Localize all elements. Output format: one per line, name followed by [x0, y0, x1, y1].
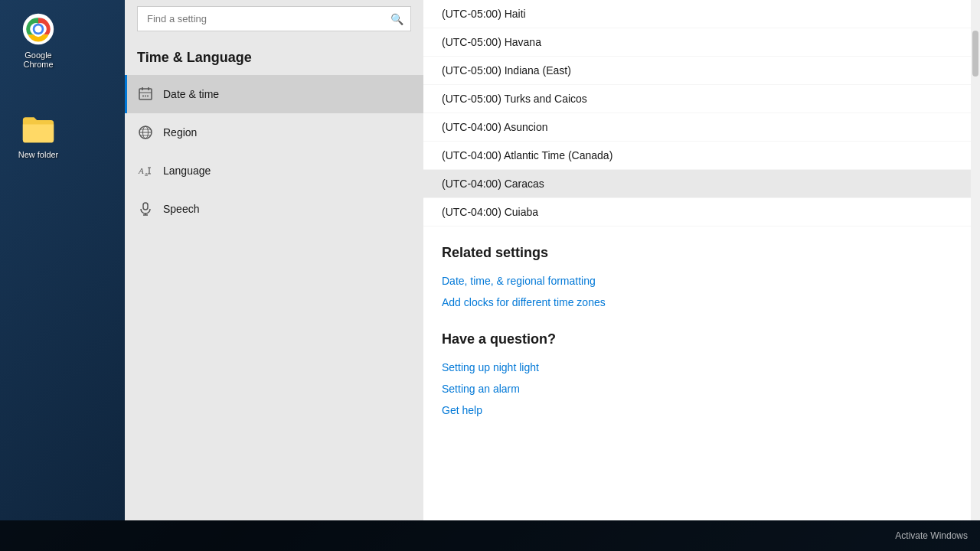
timezone-item-indiana[interactable]: (UTC-05:00) Indiana (East) — [423, 57, 971, 85]
folder-icon — [20, 110, 57, 147]
settings-sidebar: 🔍 Time & Language — [125, 0, 423, 520]
nav-item-region[interactable]: Region — [125, 113, 423, 152]
desktop: Google Chrome New folder 🔍 Time & Langua… — [0, 0, 980, 551]
globe-icon — [137, 124, 154, 141]
nav-label-language: Language — [163, 165, 211, 177]
timezone-item-cuiaba[interactable]: (UTC-04:00) Cuiaba — [423, 198, 971, 227]
chrome-desktop-icon[interactable]: Google Chrome — [8, 8, 69, 72]
scrollbar-thumb[interactable] — [972, 31, 978, 77]
language-icon: A a — [137, 162, 154, 179]
chrome-icon-label: Google Chrome — [11, 51, 66, 69]
folder-icon-label: New folder — [18, 150, 59, 159]
section-title: Time & Language — [125, 44, 423, 75]
nav-label-region: Region — [163, 126, 197, 139]
chrome-icon — [20, 11, 57, 47]
timezone-item-haiti[interactable]: (UTC-05:00) Haiti — [423, 0, 971, 28]
activate-windows-text: Activate Windows — [895, 530, 968, 541]
svg-rect-17 — [143, 203, 148, 210]
search-box-container: 🔍 — [137, 6, 411, 31]
night-light-link[interactable]: Setting up night light — [423, 357, 971, 378]
nav-item-date-time[interactable]: Date & time — [125, 75, 423, 113]
taskbar: Activate Windows — [0, 520, 980, 551]
nav-item-language[interactable]: A a Language — [125, 152, 423, 190]
regional-formatting-link[interactable]: Date, time, & regional formatting — [423, 270, 971, 292]
clock-icon — [137, 86, 154, 103]
nav-item-speech[interactable]: Speech — [125, 190, 423, 228]
timezone-item-havana[interactable]: (UTC-05:00) Havana — [423, 28, 971, 57]
nav-label-date-time: Date & time — [163, 88, 219, 100]
folder-desktop-icon[interactable]: New folder — [8, 107, 69, 162]
search-button[interactable]: 🔍 — [390, 13, 403, 25]
svg-text:a: a — [145, 170, 148, 178]
mic-icon — [137, 201, 154, 217]
search-icon: 🔍 — [390, 13, 403, 25]
get-help-link[interactable]: Get help — [423, 399, 971, 421]
nav-label-speech: Speech — [163, 203, 199, 215]
question-heading: Have a question? — [423, 313, 971, 357]
timezone-item-atlantic[interactable]: (UTC-04:00) Atlantic Time (Canada) — [423, 142, 971, 170]
timezone-item-caracas[interactable]: (UTC-04:00) Caracas — [423, 170, 971, 198]
timezone-item-turks[interactable]: (UTC-05:00) Turks and Caicos — [423, 85, 971, 113]
scrollbar[interactable] — [971, 0, 980, 520]
add-clocks-link[interactable]: Add clocks for different time zones — [423, 292, 971, 313]
svg-text:A: A — [138, 166, 144, 175]
related-settings-heading: Related settings — [423, 227, 971, 270]
main-content[interactable]: (UTC-05:00) Haiti (UTC-05:00) Havana (UT… — [423, 0, 971, 520]
timezone-item-asuncion[interactable]: (UTC-04:00) Asuncion — [423, 113, 971, 142]
svg-rect-3 — [139, 89, 152, 99]
settings-window: 🔍 Time & Language — [125, 0, 980, 520]
alarm-link[interactable]: Setting an alarm — [423, 378, 971, 399]
svg-point-2 — [34, 25, 41, 32]
search-input[interactable] — [137, 6, 411, 31]
timezone-list: (UTC-05:00) Haiti (UTC-05:00) Havana (UT… — [423, 0, 971, 227]
